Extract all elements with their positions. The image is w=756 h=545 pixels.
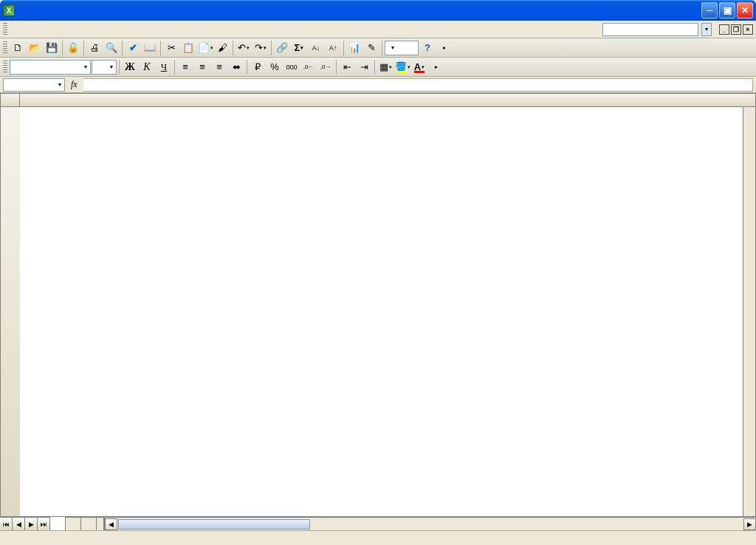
drawing-button[interactable]: ✎	[363, 40, 379, 56]
sheet-tab-2[interactable]	[66, 518, 81, 530]
zoom-combo[interactable]: ▾	[385, 41, 419, 55]
font-combo[interactable]: ▾	[10, 60, 91, 75]
autosum-button[interactable]: Σ	[291, 40, 307, 56]
vertical-scrollbar[interactable]	[743, 107, 755, 516]
decrease-decimal-button[interactable]: ,0→	[317, 59, 334, 75]
grip-icon	[3, 61, 7, 74]
row-headers	[1, 107, 20, 516]
increase-indent-button[interactable]: ⇥	[356, 59, 372, 75]
percent-button[interactable]: %	[267, 59, 283, 75]
decrease-indent-button[interactable]: ⇤	[339, 59, 355, 75]
new-button[interactable]: 🗋	[10, 40, 26, 56]
tab-nav-next[interactable]: ▶	[25, 518, 38, 530]
sheet-tab-1[interactable]	[50, 517, 66, 530]
fill-color-button[interactable]: 🪣	[394, 59, 410, 75]
menu-tools[interactable]	[68, 27, 80, 32]
underline-button[interactable]: Ч	[156, 59, 172, 75]
cut-button[interactable]: ✂	[163, 40, 179, 56]
formula-bar: ▾ fx	[0, 77, 756, 93]
horizontal-scrollbar[interactable]: ◀ ▶	[104, 518, 756, 530]
select-all-button[interactable]	[1, 94, 20, 106]
title-bar: X ─ ▣ ✕	[0, 0, 756, 21]
spreadsheet-grid	[0, 93, 756, 517]
font-color-button[interactable]: A	[411, 59, 427, 75]
column-headers	[1, 94, 755, 107]
open-button[interactable]: 📂	[27, 40, 43, 56]
grip-icon	[3, 23, 7, 36]
comma-button[interactable]: 000	[284, 59, 300, 75]
print-preview-button[interactable]: 🔍	[103, 40, 120, 56]
increase-decimal-button[interactable]: ,0←	[300, 59, 317, 75]
sheet-tab-3[interactable]	[81, 518, 97, 530]
cells-area[interactable]	[20, 107, 743, 516]
menu-file[interactable]	[9, 27, 21, 32]
currency-button[interactable]: ₽	[250, 59, 266, 75]
font-size-combo[interactable]: ▾	[92, 60, 117, 75]
mdi-restore-button[interactable]: ❐	[731, 24, 741, 35]
sheet-tab-bar: ⏮ ◀ ▶ ⏭ ◀ ▶	[0, 517, 756, 530]
copy-button[interactable]: 📋	[180, 40, 196, 56]
standard-toolbar: 🗋 📂 💾 🔓 🖨 🔍 ✔ 📖 ✂ 📋 📄 🖌 ↶ ↷ 🔗 Σ A↓ A↑ 📊 …	[0, 38, 756, 58]
minimize-button[interactable]: ─	[701, 2, 718, 18]
paste-button[interactable]: 📄	[197, 40, 213, 56]
tab-nav-first[interactable]: ⏮	[0, 518, 13, 530]
maximize-button[interactable]: ▣	[719, 2, 735, 18]
menu-bar: ▾ _ ❐ ×	[0, 21, 756, 38]
align-left-button[interactable]: ≡	[177, 59, 193, 75]
sort-desc-button[interactable]: A↑	[325, 40, 341, 56]
sort-asc-button[interactable]: A↓	[308, 40, 324, 56]
menu-help[interactable]	[103, 27, 115, 32]
mdi-close-button[interactable]: ×	[743, 24, 753, 35]
excel-icon: X	[3, 4, 15, 16]
name-box[interactable]: ▾	[3, 78, 65, 92]
align-center-button[interactable]: ≡	[194, 59, 210, 75]
help-button[interactable]: ?	[419, 40, 436, 56]
menu-window[interactable]	[92, 27, 103, 32]
print-button[interactable]: 🖨	[86, 40, 103, 56]
mdi-minimize-button[interactable]: _	[719, 24, 729, 35]
spelling-button[interactable]: ✔	[125, 40, 141, 56]
borders-button[interactable]: ▦	[377, 59, 394, 75]
close-button[interactable]: ✕	[737, 2, 753, 18]
format-painter-button[interactable]: 🖌	[214, 40, 230, 56]
ask-dropdown-icon[interactable]: ▾	[701, 23, 712, 36]
permission-button[interactable]: 🔓	[65, 40, 81, 56]
scroll-right-icon[interactable]: ▶	[743, 518, 756, 530]
menu-insert[interactable]	[44, 27, 56, 32]
align-right-button[interactable]: ≡	[211, 59, 227, 75]
chart-wizard-button[interactable]: 📊	[346, 40, 362, 56]
toolbar-options-button[interactable]: ▸	[436, 40, 453, 56]
ask-question-input[interactable]	[602, 23, 698, 36]
italic-button[interactable]: К	[139, 59, 155, 75]
tab-nav-prev[interactable]: ◀	[13, 518, 25, 530]
grip-icon	[3, 41, 7, 55]
research-button[interactable]: 📖	[142, 40, 158, 56]
menu-edit[interactable]	[21, 27, 32, 32]
save-button[interactable]: 💾	[44, 40, 60, 56]
menu-format[interactable]	[56, 27, 68, 32]
tab-nav-last[interactable]: ⏭	[38, 518, 50, 530]
hyperlink-button[interactable]: 🔗	[274, 40, 290, 56]
scroll-thumb[interactable]	[118, 519, 310, 529]
formula-input[interactable]	[83, 78, 753, 92]
menu-view[interactable]	[32, 27, 44, 32]
redo-button[interactable]: ↷	[252, 40, 269, 56]
formatting-toolbar: ▾ ▾ Ж К Ч ≡ ≡ ≡ ⬌ ₽ % 000 ,0← ,0→ ⇤ ⇥ ▦ …	[0, 58, 756, 77]
merge-center-button[interactable]: ⬌	[228, 59, 244, 75]
status-bar	[0, 530, 756, 545]
bold-button[interactable]: Ж	[122, 59, 138, 75]
undo-button[interactable]: ↶	[236, 40, 252, 56]
menu-data[interactable]	[80, 27, 92, 32]
fx-icon[interactable]: fx	[68, 79, 80, 90]
scroll-left-icon[interactable]: ◀	[105, 518, 117, 530]
toolbar-options-button[interactable]: ▸	[428, 59, 444, 75]
